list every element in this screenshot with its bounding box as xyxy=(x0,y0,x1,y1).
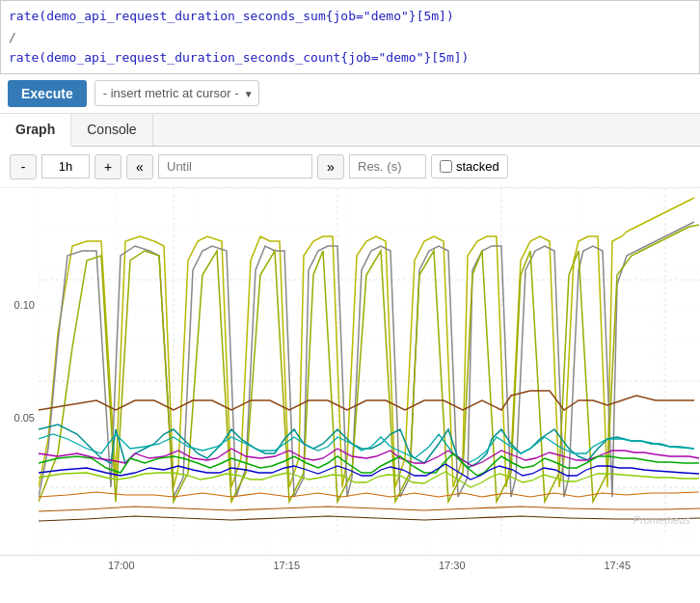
metric-selector[interactable]: - insert metric at cursor - xyxy=(94,80,259,106)
svg-rect-0 xyxy=(39,188,700,555)
x-label-1730: 17:30 xyxy=(439,560,466,571)
stacked-checkbox-label[interactable]: stacked xyxy=(431,154,508,178)
graph-controls: - + « » stacked xyxy=(0,147,700,187)
query-editor[interactable]: rate(demo_api_request_duration_seconds_s… xyxy=(0,0,700,74)
stacked-label: stacked xyxy=(456,159,499,174)
query-line-1: rate(demo_api_request_duration_seconds_s… xyxy=(9,7,691,26)
time-range-input[interactable] xyxy=(41,154,90,178)
time-back-button[interactable]: « xyxy=(126,154,153,179)
x-label-1715: 17:15 xyxy=(273,560,300,571)
y-label-010: 0.10 xyxy=(0,299,39,311)
graph-canvas: 0.10 0.05 xyxy=(0,188,700,555)
tabs: Graph Console xyxy=(0,114,700,147)
res-input[interactable] xyxy=(349,154,426,178)
time-minus-button[interactable]: - xyxy=(10,154,37,179)
metric-selector-wrapper[interactable]: - insert metric at cursor - xyxy=(94,80,259,106)
query-divider: / xyxy=(9,26,691,49)
stacked-checkbox[interactable] xyxy=(440,160,452,173)
y-label-005: 0.05 xyxy=(0,412,39,424)
y-axis-labels: 0.10 0.05 xyxy=(0,188,39,555)
graph-area: 0.10 0.05 xyxy=(0,187,700,575)
execute-button[interactable]: Execute xyxy=(8,80,87,107)
watermark: Prometheus xyxy=(633,514,690,526)
toolbar: Execute - insert metric at cursor - xyxy=(0,74,700,114)
until-input[interactable] xyxy=(158,154,312,178)
x-label-1700: 17:00 xyxy=(108,560,135,571)
time-forward-button[interactable]: » xyxy=(317,154,344,179)
x-axis-labels: 17:00 17:15 17:30 17:45 xyxy=(0,555,700,575)
tab-graph[interactable]: Graph xyxy=(0,114,71,147)
chart-wrapper: Prometheus xyxy=(39,188,700,555)
chart-svg xyxy=(39,188,700,555)
x-label-1745: 17:45 xyxy=(604,560,631,571)
tab-console[interactable]: Console xyxy=(71,114,152,146)
query-line-2: rate(demo_api_request_duration_seconds_c… xyxy=(9,48,691,68)
time-plus-button[interactable]: + xyxy=(94,154,121,179)
